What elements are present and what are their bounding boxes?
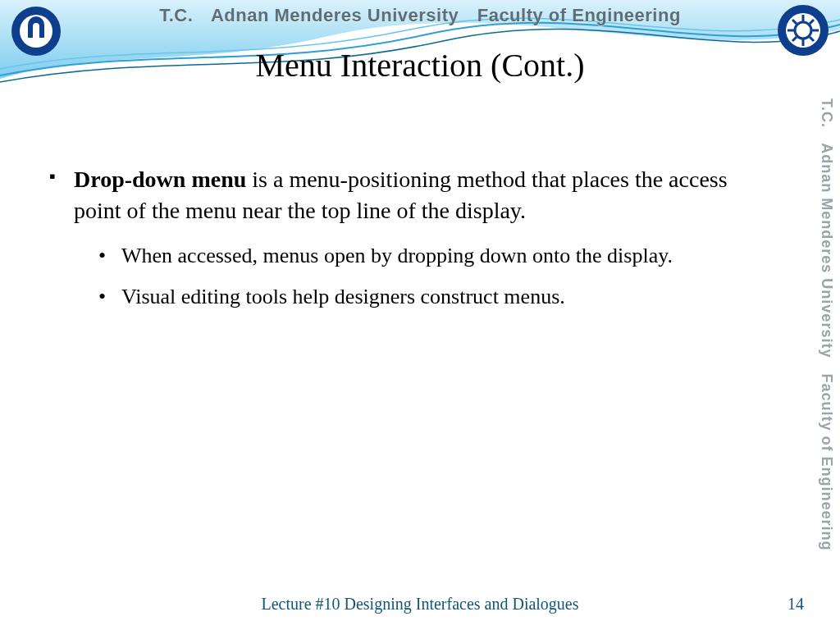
slide-title: Menu Interaction (Cont.) xyxy=(0,46,840,84)
footer-lecture-title: Lecture #10 Designing Interfaces and Dia… xyxy=(0,595,840,614)
sub-bullet-2: Visual editing tools help designers cons… xyxy=(98,282,774,312)
side-watermark-text: T.C. Adnan Menderes University Faculty o… xyxy=(818,98,835,550)
bullet-main: Drop-down menu is a menu-positioning met… xyxy=(49,164,774,226)
slide-body: Drop-down menu is a menu-positioning met… xyxy=(49,164,774,323)
footer-page-number: 14 xyxy=(788,595,804,614)
sub-bullets: When accessed, menus open by dropping do… xyxy=(98,241,774,313)
sub-bullet-1: When accessed, menus open by dropping do… xyxy=(98,241,774,271)
side-watermark: T.C. Adnan Menderes University Faculty o… xyxy=(814,98,838,607)
slide: T.C. Adnan Menderes University Faculty o… xyxy=(0,0,840,630)
header-org-text: T.C. Adnan Menderes University Faculty o… xyxy=(0,5,840,26)
bullet-main-bold: Drop-down menu xyxy=(74,167,246,192)
